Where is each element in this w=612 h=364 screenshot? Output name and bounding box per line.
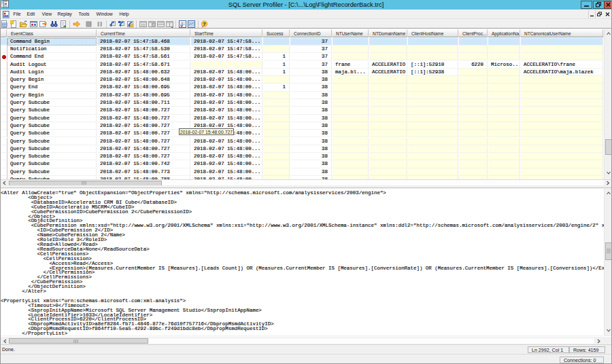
svg-text:?: ? (203, 21, 206, 27)
